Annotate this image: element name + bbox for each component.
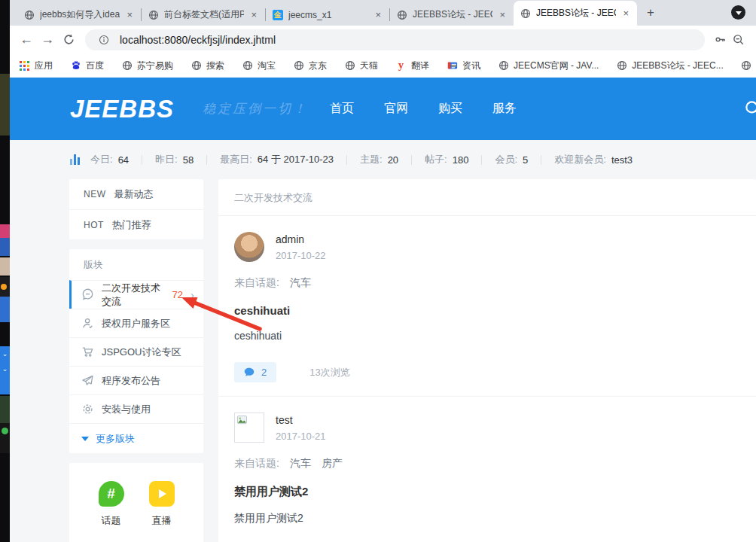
sidebar-shortcut-live[interactable]: 直播 [149, 481, 175, 528]
browser-tab-active[interactable]: JEEBBS论坛 - JEECM × [514, 1, 637, 26]
bookmark-label: 应用 [35, 59, 53, 72]
browser-tab[interactable]: 前台标签文档(适用PC × [142, 4, 265, 26]
back-button[interactable]: ← [16, 29, 37, 50]
bookmark-apps[interactable]: 应用 [19, 59, 53, 72]
bookmark-item[interactable]: 京东 [293, 59, 327, 72]
nav-official-site[interactable]: 官网 [384, 101, 408, 117]
divider [142, 155, 142, 165]
new-tag: NEW [84, 189, 106, 199]
tab-close-icon[interactable]: × [125, 9, 134, 20]
broken-image-avatar[interactable] [234, 413, 264, 443]
thread-excerpt: ceshihuati [234, 330, 740, 342]
post-date: 2017-10-22 [276, 250, 326, 261]
browser-tab[interactable]: jeebbs如何导入idea × [17, 4, 141, 26]
bookmark-item[interactable]: 天猫 [344, 59, 378, 72]
browser-tab[interactable]: JEEBBS论坛 - JEECM × [390, 4, 514, 26]
site-logo[interactable]: JEEBBS [70, 95, 174, 123]
bookmark-item[interactable]: 资讯 [447, 59, 480, 72]
bookmark-item[interactable]: 百度 [70, 59, 104, 72]
sidebar-item-latest[interactable]: NEW 最新动态 [69, 179, 203, 209]
tab-close-icon[interactable]: × [249, 9, 258, 20]
author-name[interactable]: test [276, 414, 326, 426]
tab-close-icon[interactable]: × [621, 8, 630, 19]
sidebar-item-hot[interactable]: HOT 热门推荐 [69, 209, 203, 239]
sidebar-item-release-notice[interactable]: 程序发布公告 [69, 366, 203, 394]
bookmark-label: 百度 [86, 59, 104, 72]
thread-title[interactable]: ceshihuati [234, 304, 740, 317]
topic-tag[interactable]: 汽车 [290, 276, 311, 290]
divider [206, 155, 207, 165]
sidebar-item-jspgou[interactable]: JSPGOU讨论专区 [69, 337, 203, 366]
broken-image-icon [237, 416, 247, 425]
forward-button[interactable]: → [37, 29, 58, 50]
board-label: JSPGOU讨论专区 [102, 346, 181, 359]
zoom-out-icon[interactable] [729, 31, 747, 49]
bookmark-item[interactable]: JEECMS官网 - JAV... [498, 59, 599, 72]
quick-links-card: NEW 最新动态 HOT 热门推荐 [69, 179, 203, 239]
globe-icon [616, 60, 627, 72]
sidebar-item-dev-exchange[interactable]: 二次开发技术交流 72 › [69, 280, 203, 309]
saved-password-key-icon[interactable] [711, 31, 729, 49]
bookmark-item[interactable]: jeecms_x1 [741, 60, 756, 72]
thread-item[interactable]: admin 2017-10-22 来自话题: 汽车 ceshihuati ces… [218, 216, 756, 396]
y-letter-icon: y [395, 60, 407, 72]
nav-buy[interactable]: 购买 [438, 101, 462, 117]
reload-button[interactable] [58, 29, 79, 50]
hot-tag: HOT [84, 220, 104, 230]
shortcuts-card: # 话题 直播 [69, 463, 203, 542]
globe-icon [293, 60, 304, 72]
tab-title: 前台标签文档(适用PC [164, 8, 244, 21]
thread-item[interactable]: test 2017-10-21 来自话题: 汽车 房产 禁用用户测试2 禁用用户… [218, 396, 756, 542]
desktop-edge: ⌄⌄ [0, 0, 10, 542]
sidebar-shortcut-topics[interactable]: # 话题 [99, 481, 124, 528]
comment-icon [81, 288, 94, 301]
author-name[interactable]: admin [276, 233, 326, 245]
stat-today: 今日:64 [90, 153, 129, 166]
globe-icon [498, 60, 509, 72]
bookmark-item[interactable]: y 翻译 [395, 59, 429, 72]
more-boards-button[interactable]: 更多版块 [69, 423, 203, 453]
sidebar-item-install-usage[interactable]: 安装与使用 [69, 394, 203, 423]
tab-menu-button[interactable] [731, 5, 745, 20]
bookmark-item[interactable]: 搜索 [191, 59, 224, 72]
bookmark-item[interactable]: 淘宝 [242, 59, 276, 72]
bookmark-label: 淘宝 [258, 59, 276, 72]
view-count: 13次浏览 [309, 366, 349, 379]
boards-section-title: 版块 [69, 249, 203, 280]
tab-close-icon[interactable]: × [373, 9, 383, 20]
nav-service[interactable]: 服务 [492, 101, 517, 117]
tab-close-icon[interactable]: × [498, 9, 507, 20]
sidebar-item-label: 最新动态 [114, 187, 154, 201]
desktop-edge-fragment [0, 297, 10, 322]
topic-row: 来自话题: 汽车 [234, 276, 740, 290]
sidebar-item-authorized-users[interactable]: 授权用户服务区 [69, 309, 203, 337]
globe-favicon-icon [148, 10, 159, 20]
topic-tag[interactable]: 房产 [322, 457, 343, 470]
topic-tag[interactable]: 汽车 [290, 457, 311, 470]
desktop-edge-fragment [0, 277, 10, 297]
desktop-edge-fragment [0, 74, 10, 136]
bookmark-label: 搜索 [206, 59, 224, 72]
comment-count-badge[interactable]: 2 [234, 362, 276, 382]
avatar[interactable] [234, 232, 264, 262]
globe-icon [344, 60, 355, 72]
site-header: JEEBBS 稳定压倒一切！ 首页 官网 购买 服务 [10, 78, 756, 140]
new-tab-button[interactable]: + [640, 2, 661, 23]
sidebar: NEW 最新动态 HOT 热门推荐 版块 二次开发技术交流 [69, 179, 203, 542]
search-icon[interactable] [743, 99, 756, 121]
globe-favicon-icon [520, 8, 531, 19]
topic-row: 来自话题: 汽车 房产 [234, 457, 740, 470]
post-date: 2017-10-21 [276, 431, 326, 442]
info-icon[interactable] [95, 31, 113, 49]
browser-tab[interactable]: 金 jeecms_x1 × [266, 4, 389, 26]
nav-home[interactable]: 首页 [330, 101, 354, 117]
post-header: test 2017-10-21 [234, 413, 740, 443]
bookmark-label: 资讯 [462, 59, 480, 72]
bookmark-item[interactable]: JEEBBS论坛 - JEEC... [616, 59, 723, 72]
topic-label: 来自话题: [234, 457, 279, 470]
url-field[interactable]: localhost:8080/eckfjsjl/index.jhtml [85, 29, 705, 50]
bookmark-item[interactable]: 苏宁易购 [121, 59, 173, 72]
thread-title[interactable]: 禁用用户测试2 [234, 485, 740, 499]
stat-peak-day: 最高日:64 于 2017-10-23 [220, 153, 334, 166]
bookmarks-bar: 应用 百度 苏宁易购 搜索 淘宝 京东 天猫 y [10, 53, 756, 78]
